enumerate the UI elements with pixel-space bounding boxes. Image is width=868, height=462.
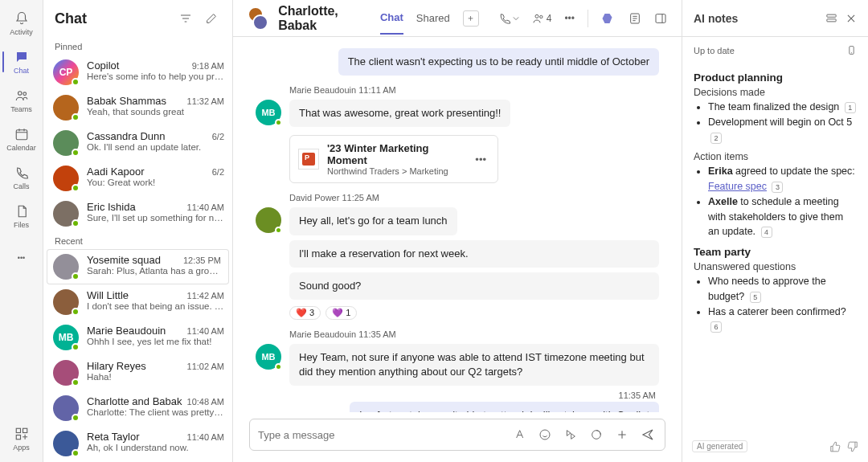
filter-icon[interactable] <box>176 9 195 28</box>
message-incoming: MBHey Team, not sure if anyone was able … <box>256 344 659 386</box>
send-icon[interactable] <box>639 427 657 442</box>
chat-item-title: Marie Beaudouin <box>87 325 182 337</box>
compose-icon[interactable] <box>202 9 221 28</box>
svg-rect-3 <box>16 428 20 432</box>
chat-item-title: Hilary Reyes <box>87 360 182 372</box>
message-bubble[interactable]: Hey Team, not sure if anyone was able to… <box>289 344 659 386</box>
compose-input[interactable] <box>258 429 502 441</box>
more-button[interactable]: ••• <box>564 13 575 24</box>
chat-list-item[interactable]: Babak Shammas11:32 AMYeah, that sounds g… <box>43 90 232 125</box>
svg-rect-2 <box>16 130 27 140</box>
chat-list-item[interactable]: Charlotte and Babak10:48 AMCharlotte: Th… <box>43 390 232 426</box>
panel-close-icon[interactable] <box>845 13 857 24</box>
chat-list-item[interactable]: Reta Taylor11:40 AMAh, ok I understand n… <box>43 426 232 461</box>
list-item: Erika agreed to update the spec: Feature… <box>708 164 857 194</box>
conversation-body[interactable]: The client wasn't expecting us to be rea… <box>233 37 682 412</box>
rail-activity[interactable]: Activity <box>2 5 41 42</box>
feature-spec-link[interactable]: Feature spec <box>708 181 767 192</box>
chat-icon <box>14 49 30 65</box>
message-bubble[interactable]: Sound good? <box>289 272 659 300</box>
rail-files[interactable]: Files <box>2 198 41 235</box>
attachment-more-icon[interactable]: ••• <box>472 153 489 166</box>
message-meta: Marie Beaudouin 11:35 AM <box>289 329 659 339</box>
rail-calendar[interactable]: Calendar <box>2 121 41 157</box>
ai-notes-panel: AI notes Up to date Product planning Dec… <box>682 0 868 462</box>
chat-list-item[interactable]: Cassandra Dunn6/2Ok. I'll send an update… <box>43 125 232 161</box>
format-icon[interactable] <box>510 428 528 441</box>
thumbs-up-icon[interactable] <box>829 441 841 452</box>
svg-rect-4 <box>23 428 27 432</box>
panel-body: Product planning Decisions made The team… <box>682 63 868 434</box>
reference-chip[interactable]: 5 <box>750 292 761 303</box>
message-meta: David Power 11:25 AM <box>289 193 659 202</box>
reference-chip[interactable]: 6 <box>710 321 722 333</box>
rail-calls[interactable]: Calls <box>2 159 41 196</box>
questions-heading: Unanswered questions <box>694 261 857 272</box>
rail-chat[interactable]: Chat <box>2 43 41 80</box>
message-bubble[interactable]: I'll make a reservation for next week. <box>289 240 659 268</box>
avatar: CP <box>53 59 79 85</box>
reference-chip[interactable]: 1 <box>845 102 856 113</box>
chat-item-time: 10:48 AM <box>187 397 224 407</box>
list-item: Axelle to schedule a meeting with stakeh… <box>708 194 857 239</box>
attachment-card[interactable]: '23 Winter Marketing MomentNorthwind Tra… <box>289 135 498 183</box>
message-bubble[interactable]: I unfortunately wasn't able to attend. I… <box>350 402 659 412</box>
thumbs-down-icon[interactable] <box>847 441 858 452</box>
svg-point-6 <box>535 14 538 18</box>
panel-settings-icon[interactable] <box>825 12 837 24</box>
chat-list-item[interactable]: Yosemite squad12:35 PMSarah: Plus, Atlan… <box>47 249 229 284</box>
emoji-icon[interactable] <box>536 428 554 441</box>
avatar: MB <box>256 100 281 125</box>
message-bubble[interactable]: Hey all, let's go for a team lunch <box>289 207 457 235</box>
message-incoming: Hey all, let's go for a team lunch <box>256 207 659 235</box>
chat-list-item[interactable]: CPCopilot9:18 AMHere's some info to help… <box>43 55 232 90</box>
rail-more[interactable]: ••• <box>2 239 41 276</box>
rail-teams[interactable]: Teams <box>2 82 41 119</box>
chat-item-title: Aadi Kapoor <box>87 166 207 178</box>
device-icon[interactable] <box>846 45 857 55</box>
questions-list: Who needs to approve the budget? 5Has a … <box>694 274 857 334</box>
reference-chip[interactable]: 4 <box>761 227 772 238</box>
tab-shared[interactable]: Shared <box>416 2 450 34</box>
reaction-pill[interactable]: 💜 1 <box>326 306 357 320</box>
open-pane-button[interactable] <box>654 12 667 25</box>
copilot-button[interactable] <box>601 11 616 26</box>
ai-generated-badge: AI generated <box>692 440 747 452</box>
reaction-pill[interactable]: ❤️ 3 <box>289 306 321 320</box>
message-bubble[interactable]: That was awesome, great work presenting!… <box>289 100 510 127</box>
reference-chip[interactable]: 2 <box>710 133 722 144</box>
add-tab-button[interactable]: ＋ <box>463 10 479 27</box>
chat-list-item[interactable]: Aadi Kapoor6/2You: Great work! <box>43 161 232 196</box>
list-item: Who needs to approve the budget? 5 <box>708 274 857 305</box>
conversation-title: Charlotte, Babak <box>278 4 367 33</box>
people-button[interactable]: 4 <box>532 12 552 25</box>
tab-chat[interactable]: Chat <box>380 2 403 35</box>
plus-icon[interactable] <box>613 428 631 441</box>
avatar <box>256 207 281 233</box>
compose-box[interactable] <box>249 419 665 451</box>
chat-list-item[interactable]: Hilary Reyes11:02 AMHaha! <box>43 355 232 390</box>
chat-section-label: Pinned <box>43 37 232 55</box>
chat-list-title: Chat <box>55 10 170 27</box>
message-bubble[interactable]: The client wasn't expecting us to be rea… <box>338 48 659 76</box>
chat-item-title: Reta Taylor <box>87 431 182 443</box>
loop-icon[interactable] <box>588 428 605 441</box>
rail-label: Calendar <box>6 144 36 152</box>
svg-rect-9 <box>656 14 665 22</box>
chat-item-preview: Ok. I'll send an update later. <box>87 142 224 152</box>
giphy-icon[interactable] <box>562 428 579 441</box>
chat-item-time: 9:18 AM <box>192 61 224 71</box>
chat-list-item[interactable]: Eric Ishida11:40 AMSure, I'll set up som… <box>43 196 232 231</box>
chat-item-time: 11:42 AM <box>187 291 224 301</box>
svg-rect-12 <box>827 14 836 17</box>
chat-item-preview: Here's some info to help you prep for yo… <box>87 72 224 81</box>
rail-apps[interactable]: Apps <box>2 420 41 457</box>
call-button[interactable] <box>498 12 519 25</box>
panel-status-row: Up to date <box>682 37 868 63</box>
chat-list-item[interactable]: Will Little11:42 AMI don't see that bein… <box>43 284 232 320</box>
teams-icon <box>14 88 30 104</box>
chat-item-title: Charlotte and Babak <box>87 395 182 407</box>
reference-chip[interactable]: 3 <box>772 182 783 193</box>
chat-list-item[interactable]: MBMarie Beaudouin11:40 AMOhhh I see, yes… <box>43 320 232 355</box>
notes-button[interactable] <box>628 12 641 25</box>
